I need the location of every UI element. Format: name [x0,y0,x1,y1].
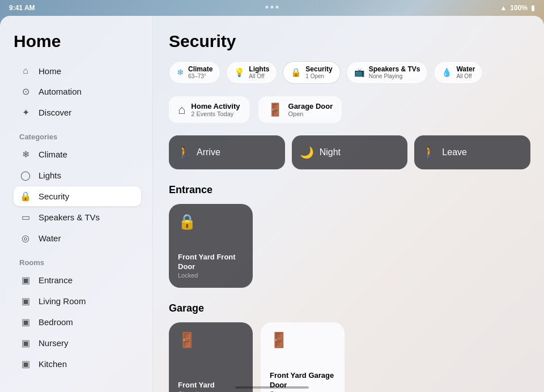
front-yard-door-icon: 🔒 [178,213,244,231]
front-yard-closed-name: Front Yard [178,381,244,390]
livingroom-icon: ▣ [19,296,32,306]
garage-door-card[interactable]: 🚪 Garage Door Open [258,96,342,123]
tab-security-name: Security [305,66,332,73]
sidebar-item-automation-label: Automation [39,87,82,96]
battery-icon: ▮ [531,4,535,12]
discover-icon: ✦ [19,107,32,118]
sidebar-item-entrance[interactable]: ▣ Entrance [14,270,141,290]
garage-door-title: Garage Door [288,102,333,110]
sidebar-item-home-label: Home [39,66,61,76]
front-yard-garage-icon: 🚪 [270,331,335,349]
tab-speakers-icon: 📺 [354,67,365,78]
tab-security-sub: 1 Open [305,73,332,79]
home-activity-icon: ⌂ [178,103,185,117]
tab-climate[interactable]: ❄ Climate 63–73° [169,61,220,84]
sidebar-item-climate[interactable]: ❄ Climate [14,144,141,164]
home-activity-card[interactable]: ⌂ Home Activity 2 Events Today [169,96,249,123]
arrive-label: Arrive [197,147,220,157]
front-yard-closed-card[interactable]: 🚪 Front Yard Closed [169,322,253,392]
tab-climate-sub: 63–73° [188,73,212,79]
arrive-scene-button[interactable]: 🚶 Arrive [169,135,285,169]
leave-icon: 🚶 [422,146,436,159]
sidebar-item-security-label: Security [39,191,69,201]
front-yard-door-name: Front Yard Front Door [178,253,244,272]
sidebar-item-livingroom-label: Living Room [39,296,86,306]
sidebar-item-nursery[interactable]: ▣ Nursery [14,333,141,353]
sidebar-item-nursery-label: Nursery [39,338,69,348]
front-yard-closed-icon: 🚪 [178,331,244,349]
tab-water-sub: All Off [456,73,475,79]
sidebar: Home ⌂ Home ⊙ Automation ✦ Discover Cate… [0,16,153,392]
sidebar-item-home[interactable]: ⌂ Home [14,61,141,80]
lights-icon: ◯ [19,170,32,181]
main-content: Security ❄ Climate 63–73° 💡 Lights All O… [153,16,544,392]
sidebar-item-entrance-label: Entrance [39,275,73,285]
main-container: Home ⌂ Home ⊙ Automation ✦ Discover Cate… [0,16,544,392]
garage-door-sub: Open [288,110,333,117]
climate-icon: ❄ [19,149,32,160]
automation-icon: ⊙ [19,86,32,97]
tab-water-icon: 💧 [441,67,452,78]
scene-row: 🚶 Arrive 🌙 Night 🚶 Leave [169,135,530,169]
tab-lights[interactable]: 💡 Lights All Off [226,61,277,84]
tab-lights-name: Lights [249,66,269,73]
front-yard-garage-card[interactable]: 🚪 Front Yard Garage Door Open [261,322,345,392]
garage-device-grid: 🚪 Front Yard Closed 🚪 Front Yard Garage … [169,322,530,392]
tab-speakers-name: Speakers & TVs [369,66,420,73]
night-icon: 🌙 [300,146,314,159]
category-tabs: ❄ Climate 63–73° 💡 Lights All Off 🔒 Secu… [169,61,530,84]
battery-percentage: 100% [510,4,528,12]
nursery-icon: ▣ [19,338,32,348]
bedroom-icon: ▣ [19,317,32,327]
tab-security[interactable]: 🔒 Security 1 Open [283,61,340,84]
tab-water-name: Water [456,66,475,73]
security-icon: 🔒 [19,191,32,202]
sidebar-item-discover[interactable]: ✦ Discover [14,103,141,122]
sidebar-item-kitchen[interactable]: ▣ Kitchen [14,354,141,374]
night-scene-button[interactable]: 🌙 Night [292,135,408,169]
entrance-device-grid: 🔒 Front Yard Front Door Locked [169,204,530,288]
leave-scene-button[interactable]: 🚶 Leave [414,135,530,169]
home-activity-sub: 2 Events Today [191,110,240,117]
page-title: Security [169,32,530,51]
sidebar-item-bedroom-label: Bedroom [39,317,73,327]
sidebar-item-security[interactable]: 🔒 Security [14,186,141,206]
status-right: ▲ 100% ▮ [500,4,535,12]
tab-lights-icon: 💡 [234,67,245,78]
sidebar-item-lights-label: Lights [39,171,61,180]
front-yard-door-status: Locked [178,272,244,279]
tab-speakers[interactable]: 📺 Speakers & TVs None Playing [346,61,428,84]
categories-header: Categories [19,133,141,141]
sidebar-title: Home [14,32,141,51]
sidebar-item-speakers[interactable]: ▭ Speakers & TVs [14,207,141,227]
tab-climate-name: Climate [188,66,212,73]
status-bar: 9:41 AM ▲ 100% ▮ [0,0,544,16]
home-indicator [235,386,309,389]
home-activity-title: Home Activity [191,102,240,110]
sidebar-item-livingroom[interactable]: ▣ Living Room [14,291,141,311]
sidebar-item-water[interactable]: ◎ Water [14,228,141,248]
night-label: Night [320,147,341,157]
speakers-icon: ▭ [19,212,32,223]
water-icon: ◎ [19,233,32,244]
sidebar-item-speakers-label: Speakers & TVs [39,212,100,222]
front-yard-door-card[interactable]: 🔒 Front Yard Front Door Locked [169,204,253,288]
status-time: 9:41 AM [9,4,35,12]
sidebar-item-automation[interactable]: ⊙ Automation [14,82,141,101]
activity-row: ⌂ Home Activity 2 Events Today 🚪 Garage … [169,96,530,123]
entrance-icon: ▣ [19,275,32,286]
sidebar-item-discover-label: Discover [39,108,71,117]
sidebar-item-water-label: Water [39,233,61,243]
top-dots [266,6,279,8]
sidebar-item-climate-label: Climate [39,150,67,159]
entrance-section-header: Entrance [169,184,530,196]
sidebar-item-bedroom[interactable]: ▣ Bedroom [14,312,141,332]
garage-door-icon: 🚪 [267,103,283,117]
leave-label: Leave [442,147,467,157]
tab-security-icon: 🔒 [291,67,301,78]
sidebar-item-lights[interactable]: ◯ Lights [14,165,141,185]
tab-lights-sub: All Off [249,73,269,79]
home-icon: ⌂ [19,66,32,76]
kitchen-icon: ▣ [19,359,32,369]
tab-water[interactable]: 💧 Water All Off [434,61,483,84]
